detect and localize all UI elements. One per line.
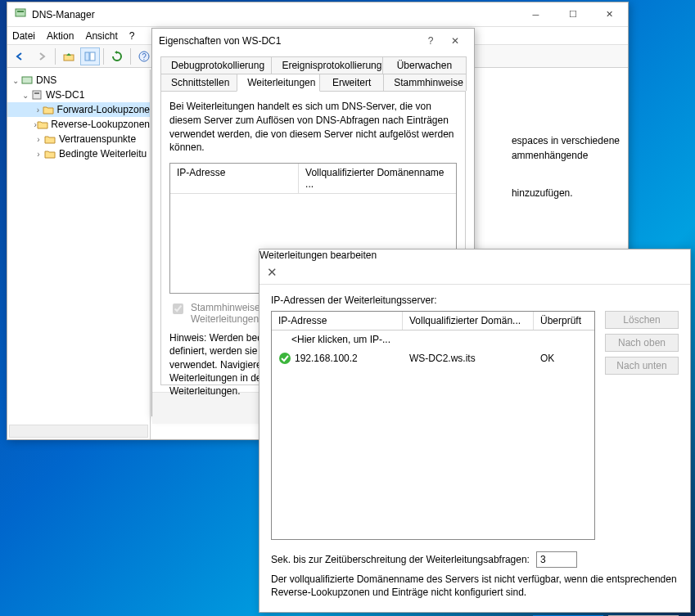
maximize-button[interactable]: ☐ [554, 2, 591, 26]
forward-button[interactable] [32, 47, 52, 65]
dialog-titlebar: Eigenschaften von WS-DC1 ? ✕ [152, 29, 474, 53]
folder-icon [43, 133, 56, 146]
tree-label: DNS [36, 74, 56, 86]
dialog-button-bar: OK Abbrechen [259, 607, 690, 616]
timeout-label: Sek. bis zur Zeitüberschreitung der Weit… [271, 554, 530, 565]
tree-conditional-forwarders[interactable]: › Bedingte Weiterleitu [7, 146, 150, 161]
tree-label: Forward-Lookupzone [57, 104, 150, 115]
minimize-button[interactable]: ─ [517, 2, 554, 26]
tab-advanced[interactable]: Erweitert [319, 74, 384, 91]
forwarder-ip-list[interactable]: IP-Adresse Vollqualifizierter Domän... Ü… [271, 311, 595, 540]
folder-icon [43, 147, 56, 160]
menu-ansicht[interactable]: Ansicht [85, 30, 117, 42]
svg-rect-9 [22, 77, 32, 83]
titlebar: DNS-Manager ─ ☐ ✕ [7, 2, 628, 27]
folder-icon [43, 103, 55, 116]
tab-monitoring[interactable]: Überwachen [382, 56, 467, 74]
tree-trust-points[interactable]: › Vertrauenspunkte [7, 132, 150, 146]
menu-datei[interactable]: Datei [12, 30, 35, 42]
fqdn-note: Der vollqualifizierte Domänenname des Se… [271, 573, 679, 599]
view-toggle-button[interactable] [80, 47, 100, 65]
tab-forwarders[interactable]: Weiterleitungen [237, 74, 320, 92]
svg-rect-0 [16, 9, 25, 16]
tree-label: WS-DC1 [46, 89, 84, 101]
dialog-help-button[interactable]: ? [418, 29, 443, 52]
back-button[interactable] [11, 47, 30, 65]
tree-scrollbar[interactable] [9, 425, 148, 438]
tree-reverse-zones[interactable]: › Reverse-Lookupzonen [7, 117, 150, 132]
dialog-close-button[interactable]: ✕ [259, 261, 284, 284]
dialog-title: Weiterleitungen bearbeiten [259, 250, 377, 261]
menu-help[interactable]: ? [129, 30, 135, 42]
server-icon [30, 88, 43, 101]
add-ip-placeholder-row[interactable]: <Hier klicken, um IP-... [272, 330, 594, 348]
tab-event-logging[interactable]: Ereignisprotokollierung [271, 56, 382, 74]
forwarder-row[interactable]: 192.168.100.2 WS-DC2.ws.its OK [272, 348, 594, 368]
cell-verified: OK [534, 351, 594, 366]
up-folder-button[interactable] [59, 47, 79, 65]
dialog-title: Eigenschaften von WS-DC1 [159, 35, 281, 47]
ok-check-icon [278, 352, 291, 365]
col-fqdn[interactable]: Vollqualifizierter Domänenname ... [299, 164, 456, 193]
cell-fqdn: WS-DC2.ws.its [403, 351, 534, 366]
tree-label: Bedingte Weiterleitu [59, 148, 147, 160]
svg-text:?: ? [142, 52, 147, 61]
svg-rect-10 [33, 91, 41, 99]
svg-rect-11 [34, 92, 39, 94]
placeholder-text: <Hier klicken, um IP-... [272, 332, 403, 347]
cell-ip: 192.168.100.2 [295, 353, 358, 364]
content-line: espaces in verschiedene [512, 133, 620, 148]
timeout-input[interactable] [536, 551, 577, 568]
delete-button[interactable]: Löschen [605, 311, 679, 329]
tab-root-hints[interactable]: Stammhinweise [383, 74, 467, 91]
tree-label: Vertrauenspunkte [59, 133, 136, 145]
tree-label: Reverse-Lookupzonen [51, 119, 150, 130]
svg-rect-1 [17, 11, 24, 12]
dns-icon [20, 74, 34, 87]
root-hints-checkbox [173, 304, 183, 314]
col-verified[interactable]: Überprüft [534, 312, 594, 330]
dialog-close-button[interactable]: ✕ [443, 29, 467, 52]
svg-point-12 [279, 353, 291, 364]
dialog-titlebar: Weiterleitungen bearbeiten ✕ [259, 250, 690, 285]
menu-aktion[interactable]: Aktion [47, 30, 74, 42]
forwarders-description: Bei Weiterleitungen handelt es sich um D… [169, 100, 457, 155]
svg-rect-3 [85, 52, 89, 61]
content-line: hinzuzufügen. [512, 186, 620, 200]
move-up-button[interactable]: Nach oben [605, 334, 679, 352]
app-icon [14, 7, 27, 22]
col-ip[interactable]: IP-Adresse [272, 312, 403, 330]
svg-rect-4 [90, 52, 95, 61]
tree-forward-zones[interactable]: › Forward-Lookupzone [7, 102, 150, 117]
window-title: DNS-Manager [32, 9, 517, 20]
tree-server[interactable]: ⌄ WS-DC1 [7, 88, 150, 102]
tree-pane: ⌄ DNS ⌄ WS-DC1 › Forward-Lookupzone › Re… [7, 70, 151, 439]
move-down-button[interactable]: Nach unten [605, 357, 679, 375]
close-button[interactable]: ✕ [591, 2, 628, 26]
col-fqdn[interactable]: Vollqualifizierter Domän... [403, 312, 534, 330]
tab-strip: Debugprotokollierung Ereignisprotokollie… [152, 53, 474, 91]
list-label: IP-Adressen der Weiterleitungsserver: [271, 295, 679, 306]
tab-debug-logging[interactable]: Debugprotokollierung [160, 56, 272, 74]
folder-icon [37, 118, 48, 131]
tree-root-dns[interactable]: ⌄ DNS [7, 73, 150, 88]
col-ip[interactable]: IP-Adresse [170, 164, 299, 193]
edit-forwarders-dialog: Weiterleitungen bearbeiten ✕ IP-Adressen… [259, 249, 691, 613]
content-line: ammenhängende [512, 148, 620, 163]
refresh-button[interactable] [107, 47, 127, 65]
tab-interfaces[interactable]: Schnittstellen [160, 74, 237, 91]
svg-rect-2 [64, 55, 74, 61]
